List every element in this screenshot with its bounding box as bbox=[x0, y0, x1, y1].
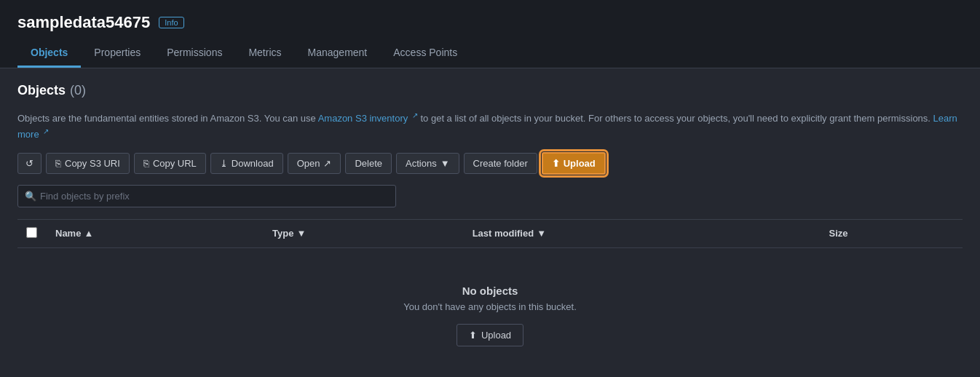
tab-access-points[interactable]: Access Points bbox=[380, 39, 470, 68]
col-header-type: Type ▼ bbox=[264, 219, 464, 247]
inventory-link[interactable]: Amazon S3 inventory ↗ bbox=[318, 113, 418, 124]
select-all-checkbox[interactable] bbox=[26, 227, 37, 238]
open-external-icon: ↗ bbox=[323, 158, 331, 169]
delete-button[interactable]: Delete bbox=[345, 153, 392, 174]
sort-name[interactable]: Name ▲ bbox=[55, 228, 93, 239]
search-icon: 🔍 bbox=[25, 191, 36, 202]
empty-state-row: No objects You don't have any objects in… bbox=[17, 247, 963, 377]
objects-section-title: Objects bbox=[17, 83, 66, 98]
col-header-size: Size bbox=[821, 219, 963, 247]
empty-state-title: No objects bbox=[41, 285, 939, 297]
col-header-last-modified: Last modified ▼ bbox=[464, 219, 821, 247]
search-input[interactable] bbox=[17, 185, 396, 207]
objects-description: Objects are the fundamental entities sto… bbox=[17, 110, 963, 142]
page-header: sampledata54675 Info bbox=[0, 0, 980, 39]
objects-table: Name ▲ Type ▼ Last modified ▼ bbox=[17, 219, 963, 377]
empty-state: No objects You don't have any objects in… bbox=[26, 255, 954, 376]
external-link-icon: ↗ bbox=[412, 111, 418, 119]
sort-type[interactable]: Type ▼ bbox=[272, 228, 306, 239]
tab-objects[interactable]: Objects bbox=[17, 39, 81, 68]
refresh-button[interactable]: ↺ bbox=[17, 153, 42, 174]
create-folder-button[interactable]: Create folder bbox=[464, 153, 537, 174]
upload-empty-icon: ⬆ bbox=[469, 330, 477, 341]
download-icon: ⤓ bbox=[220, 158, 228, 169]
info-button[interactable]: Info bbox=[159, 17, 183, 28]
sort-asc-icon: ▲ bbox=[84, 228, 93, 239]
sort-last-modified[interactable]: Last modified ▼ bbox=[473, 228, 546, 239]
copy-s3-uri-icon: ⎘ bbox=[55, 158, 61, 169]
actions-chevron-icon: ▼ bbox=[440, 158, 450, 169]
actions-button[interactable]: Actions ▼ bbox=[396, 153, 459, 174]
tab-properties[interactable]: Properties bbox=[81, 39, 154, 68]
search-container: 🔍 bbox=[17, 185, 963, 207]
copy-url-icon: ⎘ bbox=[143, 158, 149, 169]
sort-filter-icon: ▼ bbox=[296, 228, 306, 239]
tab-permissions[interactable]: Permissions bbox=[154, 39, 235, 68]
refresh-icon: ↺ bbox=[25, 158, 33, 169]
col-header-checkbox bbox=[17, 219, 47, 247]
upload-button[interactable]: ⬆ Upload bbox=[542, 152, 606, 175]
tabs-bar: Objects Properties Permissions Metrics M… bbox=[0, 39, 980, 68]
tab-management[interactable]: Management bbox=[295, 39, 381, 68]
sort-last-modified-icon: ▼ bbox=[537, 228, 546, 239]
empty-state-cell: No objects You don't have any objects in… bbox=[17, 247, 963, 377]
external-link-icon-2: ↗ bbox=[43, 127, 49, 135]
table-header-row: Name ▲ Type ▼ Last modified ▼ bbox=[17, 219, 963, 247]
copy-s3-uri-button[interactable]: ⎘ Copy S3 URI bbox=[46, 153, 130, 174]
tab-metrics[interactable]: Metrics bbox=[235, 39, 294, 68]
upload-icon: ⬆ bbox=[552, 158, 560, 169]
download-button[interactable]: ⤓ Download bbox=[210, 153, 283, 174]
bucket-name: sampledata54675 bbox=[17, 13, 150, 32]
open-button[interactable]: Open ↗ bbox=[288, 153, 341, 174]
col-header-name: Name ▲ bbox=[47, 219, 264, 247]
objects-count: (0) bbox=[70, 83, 86, 98]
copy-url-button[interactable]: ⎘ Copy URL bbox=[134, 153, 206, 174]
upload-empty-button[interactable]: ⬆ Upload bbox=[457, 324, 523, 346]
empty-state-subtitle: You don't have any objects in this bucke… bbox=[41, 301, 939, 312]
toolbar: ↺ ⎘ Copy S3 URI ⎘ Copy URL ⤓ Download Op… bbox=[17, 152, 963, 175]
main-content: Objects (0) Objects are the fundamental … bbox=[0, 68, 980, 377]
